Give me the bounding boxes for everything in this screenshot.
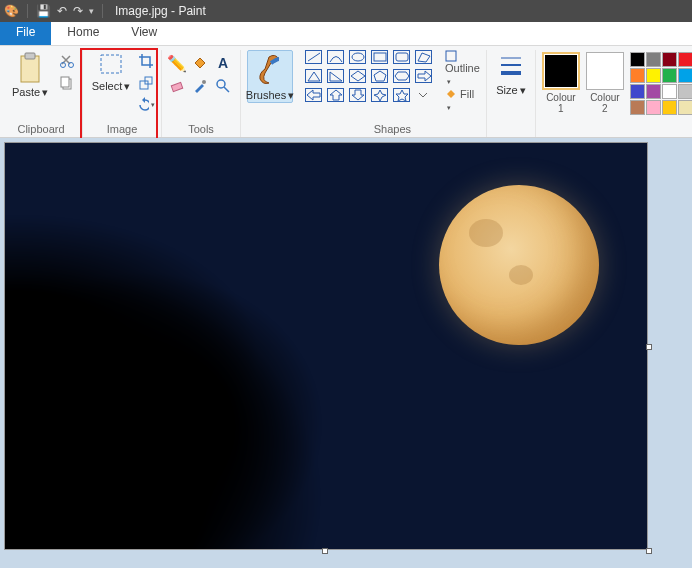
- palette-swatch[interactable]: [646, 84, 661, 99]
- shape-triangle-icon[interactable]: [305, 69, 322, 83]
- palette-swatch[interactable]: [662, 84, 677, 99]
- colour-1-button[interactable]: Colour 1: [542, 52, 580, 114]
- palette-swatch[interactable]: [662, 100, 677, 115]
- shape-arrow-up-icon[interactable]: [327, 88, 344, 102]
- brushes-button[interactable]: Brushes▾: [247, 50, 293, 103]
- shape-oval-icon[interactable]: [349, 50, 366, 64]
- svg-rect-5: [61, 77, 69, 87]
- canvas-area: [0, 138, 692, 568]
- shape-curve-icon[interactable]: [327, 50, 344, 64]
- save-icon[interactable]: 💾: [36, 4, 51, 18]
- tab-view[interactable]: View: [115, 22, 173, 45]
- palette-swatch[interactable]: [630, 68, 645, 83]
- qat-dropdown-icon[interactable]: ▾: [89, 6, 94, 16]
- shape-star4-icon[interactable]: [371, 88, 388, 102]
- svg-rect-9: [171, 82, 182, 91]
- text-icon[interactable]: A: [214, 54, 232, 72]
- canvas[interactable]: [4, 142, 648, 550]
- shape-diamond-icon[interactable]: [349, 69, 366, 83]
- group-label-image: Image: [107, 121, 138, 137]
- size-button[interactable]: Size▾: [493, 50, 529, 97]
- group-colours: Colour 1 Colour 2: [536, 50, 692, 137]
- ribbon-tabs: File Home View: [0, 22, 692, 46]
- paint-logo-icon: 🎨: [4, 4, 19, 18]
- shape-pentagon-icon[interactable]: [371, 69, 388, 83]
- group-brushes: Brushes▾: [241, 50, 299, 137]
- palette-swatch[interactable]: [678, 68, 692, 83]
- fill-icon[interactable]: [191, 54, 209, 72]
- shape-star5-icon[interactable]: [393, 88, 410, 102]
- group-label-colours: [616, 121, 619, 137]
- palette-swatch[interactable]: [678, 84, 692, 99]
- copy-icon[interactable]: [58, 74, 76, 92]
- group-clipboard: Paste▾ Clipboard: [0, 50, 83, 137]
- svg-rect-6: [101, 55, 121, 73]
- shape-fill-button[interactable]: Fill ▾: [445, 88, 480, 112]
- shape-arrow-right-icon[interactable]: [415, 69, 432, 83]
- palette-swatch[interactable]: [678, 52, 692, 67]
- group-size: Size▾: [487, 50, 536, 137]
- shape-hexagon-icon[interactable]: [393, 69, 410, 83]
- group-tools: ✏️ A Tools: [162, 50, 241, 137]
- svg-rect-1: [25, 53, 35, 59]
- shapes-more-icon[interactable]: [415, 88, 432, 102]
- group-label-clipboard: Clipboard: [17, 121, 64, 137]
- group-label-brushes: [268, 121, 271, 137]
- rotate-icon[interactable]: ▾: [137, 96, 155, 114]
- colour-palette[interactable]: [630, 52, 692, 115]
- resize-handle-s[interactable]: [322, 548, 328, 554]
- palette-swatch[interactable]: [646, 68, 661, 83]
- image-tree-silhouette: [4, 209, 395, 550]
- shape-polygon-icon[interactable]: [415, 50, 432, 64]
- tab-file[interactable]: File: [0, 22, 51, 45]
- svg-rect-0: [21, 56, 39, 82]
- colour-2-button[interactable]: Colour 2: [586, 52, 624, 114]
- shape-rtriangle-icon[interactable]: [327, 69, 344, 83]
- pencil-icon[interactable]: ✏️: [168, 54, 186, 72]
- shape-roundrect-icon[interactable]: [393, 50, 410, 64]
- colour-2-swatch: [586, 52, 624, 90]
- undo-icon[interactable]: ↶: [57, 4, 67, 18]
- group-image: Select▾ ▾ Image: [83, 50, 162, 137]
- palette-swatch[interactable]: [646, 100, 661, 115]
- palette-swatch[interactable]: [678, 100, 692, 115]
- size-lines-icon: [498, 52, 524, 82]
- select-rect-icon: [98, 52, 124, 78]
- paste-button[interactable]: Paste▾: [6, 50, 54, 99]
- quick-access-toolbar: 🎨 💾 ↶ ↷ ▾: [4, 4, 105, 18]
- select-button[interactable]: Select▾: [89, 50, 133, 93]
- svg-point-10: [202, 80, 206, 84]
- ribbon: Paste▾ Clipboard Select▾ ▾ Image: [0, 46, 692, 138]
- magnifier-icon[interactable]: [214, 77, 232, 95]
- svg-rect-15: [396, 53, 408, 61]
- palette-swatch[interactable]: [646, 52, 661, 67]
- resize-handle-e[interactable]: [646, 344, 652, 350]
- redo-icon[interactable]: ↷: [73, 4, 83, 18]
- shapes-gallery[interactable]: [305, 50, 435, 106]
- palette-swatch[interactable]: [630, 100, 645, 115]
- shape-line-icon[interactable]: [305, 50, 322, 64]
- window-title: Image.jpg - Paint: [115, 4, 206, 18]
- group-label-shapes: Shapes: [374, 121, 411, 137]
- image-moon: [439, 185, 599, 345]
- resize-icon[interactable]: [137, 74, 155, 92]
- svg-rect-16: [446, 51, 456, 61]
- clipboard-icon: [16, 52, 44, 84]
- palette-swatch[interactable]: [630, 84, 645, 99]
- shape-outline-button[interactable]: Outline ▾: [445, 50, 480, 86]
- colour-1-swatch: [542, 52, 580, 90]
- group-shapes: Outline ▾ Fill ▾ Shapes: [299, 50, 487, 137]
- group-label-tools: Tools: [188, 121, 214, 137]
- palette-swatch[interactable]: [662, 52, 677, 67]
- eyedropper-icon[interactable]: [191, 77, 209, 95]
- crop-icon[interactable]: [137, 52, 155, 70]
- shape-arrow-left-icon[interactable]: [305, 88, 322, 102]
- palette-swatch[interactable]: [662, 68, 677, 83]
- shape-arrow-down-icon[interactable]: [349, 88, 366, 102]
- tab-home[interactable]: Home: [51, 22, 115, 45]
- cut-icon[interactable]: [58, 52, 76, 70]
- palette-swatch[interactable]: [630, 52, 645, 67]
- shape-rect-icon[interactable]: [371, 50, 388, 64]
- resize-handle-se[interactable]: [646, 548, 652, 554]
- eraser-icon[interactable]: [168, 77, 186, 95]
